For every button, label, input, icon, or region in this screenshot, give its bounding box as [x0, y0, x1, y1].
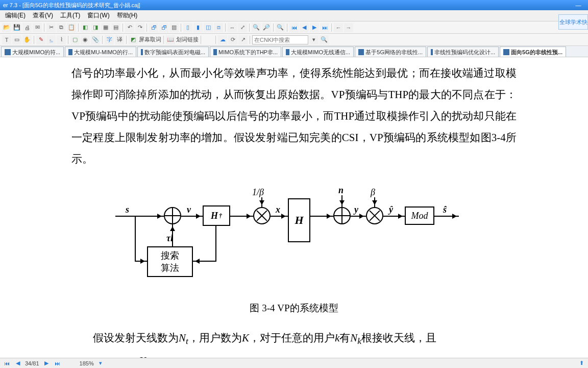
view-single-icon[interactable]: ▯ [183, 23, 192, 32]
zoom-out-icon[interactable]: 🔍 [252, 23, 261, 32]
view-facing-icon[interactable]: ◫ [204, 23, 213, 32]
document-tab[interactable]: 大规模MU-MIMO的行... [65, 47, 136, 57]
nav-prev-icon[interactable]: ◀ [300, 23, 309, 32]
tool-icon-1[interactable]: ◧ [81, 23, 90, 32]
nav-first-icon[interactable]: ⏮ [289, 23, 299, 32]
h-block: H [288, 198, 310, 242]
arrow [230, 216, 253, 217]
document-tab-bar: 大规模MIMO的符... 大规模MU-MIMO的行... 数字预编码表面对电磁.… [0, 46, 588, 57]
tau-l-label: τl [166, 233, 173, 244]
body-paragraph-2: 假设发射天线数为Nt，用户数为K，对于任意的用户k有Nk根接收天线，且 K [71, 327, 517, 358]
menu-tools[interactable]: 工具(T) [57, 10, 83, 21]
app-title: er 7.3 - [面向5G的非线性预编码的技术研究_曾小娟.caj] [3, 0, 140, 10]
cloud-icon[interactable]: ☁ [218, 35, 227, 44]
sig-n-label: n [338, 185, 344, 196]
underline-icon[interactable]: ⎁ [46, 35, 56, 44]
paste-icon[interactable]: 📋 [67, 23, 76, 32]
doc-icon [213, 49, 217, 55]
print-icon[interactable]: 🖨 [22, 23, 32, 32]
tool-icon-2[interactable]: ◨ [91, 23, 100, 32]
status-bar: ⏮ ◀ 34/81 ▶ ⏭ 185% ▾ ⬆ [0, 358, 588, 368]
arrow-left [193, 261, 216, 262]
tool-icon-5[interactable]: 🗗 [149, 23, 158, 32]
strikeout-icon[interactable]: ⌇ [57, 35, 66, 44]
fit-width-icon[interactable]: ↔ [228, 23, 237, 32]
document-tab[interactable]: 大规模MIMO无线通信... [282, 47, 354, 57]
cut-icon[interactable]: ✂ [46, 23, 56, 32]
nav-next-icon[interactable]: ▶ [310, 23, 319, 32]
menu-help[interactable]: 帮助(H) [114, 10, 141, 21]
cnki-search-input[interactable] [252, 35, 308, 44]
tool-icon-6[interactable]: 🗗 [159, 23, 168, 32]
sync-icon[interactable]: ⟳ [228, 35, 237, 44]
view-cont-facing-icon[interactable]: ⧈ [214, 23, 223, 32]
menu-view[interactable]: 查看(V) [30, 10, 56, 21]
open-icon[interactable]: 📂 [2, 23, 11, 32]
search-go-icon[interactable]: ▾ [309, 35, 318, 44]
view-cont-icon[interactable]: ▮ [193, 23, 203, 32]
select-text-icon[interactable]: T [2, 35, 11, 44]
mail-icon[interactable]: ✉ [33, 23, 42, 32]
minimize-button[interactable]: — [572, 0, 585, 10]
menu-edit[interactable]: 编辑(E) [2, 10, 29, 21]
zoom-indicator: 185% [80, 360, 94, 366]
status-last-icon[interactable]: ⏭ [54, 360, 61, 366]
forward-icon[interactable]: → [344, 23, 353, 32]
h-dagger-block: H† [203, 205, 230, 226]
document-tab[interactable]: 数字预编码表面对电磁... [137, 47, 209, 57]
tool-icon-3[interactable]: ▦ [101, 23, 110, 32]
status-next-icon[interactable]: ▶ [43, 360, 50, 366]
hand-icon[interactable]: ✋ [22, 35, 32, 44]
tool-icon-7[interactable]: ▥ [169, 23, 179, 32]
search-submit-icon[interactable]: 🔍 [320, 35, 329, 44]
note-icon[interactable]: ▢ [70, 35, 80, 44]
sig-v-label: v [187, 204, 191, 215]
fit-page-icon[interactable]: ⤢ [238, 23, 247, 32]
rotate-right-icon[interactable]: ↷ [135, 23, 144, 32]
scroll-up-icon[interactable]: ⬆ [578, 360, 585, 366]
zoom-dropdown-icon[interactable]: ▾ [98, 360, 103, 366]
promo-badge[interactable]: 全球学术快 [558, 14, 588, 30]
document-tab[interactable]: MIMO系统下的THP非... [210, 47, 281, 57]
stamp-icon[interactable]: ◉ [81, 35, 90, 44]
toolbar-secondary: T ▭ ✋ ✎ ⎁ ⌇ ▢ ◉ 📎 字 译 ◩ 屏幕取词 📖 划词链接 ☁ ⟳ … [0, 34, 588, 46]
mod-block: Mod [405, 206, 434, 225]
arrow [115, 216, 164, 217]
dict-icon[interactable]: 📖 [166, 35, 175, 44]
arrow [383, 216, 405, 217]
dict-label: 划词链接 [176, 36, 199, 43]
translate-icon[interactable]: 译 [115, 35, 124, 44]
document-tab-active[interactable]: 面向5G的非线性预... [500, 47, 566, 57]
document-tab[interactable]: 非线性预编码优化设计... [427, 47, 499, 57]
rotate-left-icon[interactable]: ↶ [125, 23, 134, 32]
menu-window[interactable]: 窗口(W) [84, 10, 112, 21]
arrow-down [261, 197, 262, 207]
back-icon[interactable]: ← [334, 23, 343, 32]
copy-icon[interactable]: ⧉ [57, 23, 66, 32]
arrow [135, 261, 147, 262]
sig-s-label: s [126, 204, 129, 215]
layer-icon[interactable]: ◩ [129, 35, 138, 44]
multiplier-beta [366, 207, 383, 224]
status-prev-icon[interactable]: ◀ [15, 360, 21, 366]
select-rect-icon[interactable]: ▭ [12, 35, 21, 44]
document-viewport[interactable]: 信号的功率最小化，从而最小化等效噪声功率，使得系统性能达到最优；而在接收端通过取… [0, 57, 588, 358]
share-icon[interactable]: ↗ [238, 35, 248, 44]
arrow [434, 216, 459, 217]
arrow [351, 216, 366, 217]
nav-last-icon[interactable]: ⏭ [320, 23, 329, 32]
save-icon[interactable]: 💾 [12, 23, 21, 32]
ocr-icon[interactable]: 字 [105, 35, 114, 44]
find-icon[interactable]: 🔍 [276, 23, 285, 32]
title-bar: er 7.3 - [面向5G的非线性预编码的技术研究_曾小娟.caj] — [0, 0, 588, 10]
status-first-icon[interactable]: ⏮ [3, 360, 11, 366]
page-content: 信号的功率最小化，从而最小化等效噪声功率，使得系统性能达到最优；而在接收端通过取… [0, 57, 588, 358]
highlight-icon[interactable]: ✎ [36, 35, 45, 44]
figure-caption: 图 3-4 VP的系统模型 [71, 302, 517, 315]
attach-icon[interactable]: 📎 [91, 35, 100, 44]
document-tab[interactable]: 基于5G网络的非线性... [355, 47, 426, 57]
document-tab[interactable]: 大规模MIMO的符... [1, 47, 64, 57]
tool-icon-4[interactable]: ▤ [111, 23, 120, 32]
zoom-in-icon[interactable]: 🔎 [262, 23, 271, 32]
arrow [271, 216, 288, 217]
